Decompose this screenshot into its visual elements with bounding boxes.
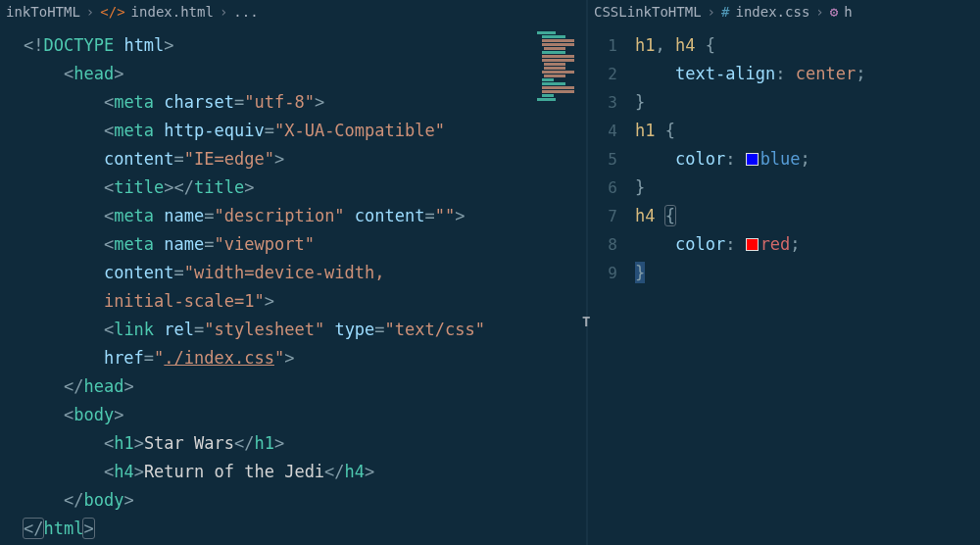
token: blue — [760, 149, 801, 169]
token: = — [174, 149, 184, 169]
token — [655, 206, 664, 225]
token: " — [274, 348, 284, 368]
crumb-folder[interactable]: CSSLinkToHTML — [594, 4, 702, 20]
code-line[interactable]: <meta name="description" content=""> — [24, 202, 586, 230]
code-line[interactable]: href="./index.css"> — [24, 344, 586, 372]
chevron-right-icon: › — [815, 4, 823, 20]
html-file-icon: </> — [100, 4, 124, 20]
token: name — [164, 206, 204, 225]
token: meta — [114, 206, 154, 225]
line-number: 3 — [588, 88, 617, 117]
token: = — [204, 234, 214, 254]
crumb-file[interactable]: index.html — [131, 4, 214, 20]
blue-swatch-icon — [746, 153, 759, 166]
token: < — [104, 234, 114, 254]
token: title — [114, 177, 164, 197]
token: = — [194, 320, 204, 339]
code-line[interactable]: <meta name="viewport" — [24, 230, 586, 259]
code-line[interactable]: <h4>Return of the Jedi</h4> — [24, 458, 586, 486]
code-line[interactable]: } — [635, 173, 980, 202]
token: < — [64, 64, 74, 83]
code-line[interactable]: h1 { — [635, 117, 980, 145]
token: > — [83, 519, 93, 538]
token: h1 — [635, 121, 655, 140]
gutter-right: 123456789 — [588, 22, 635, 545]
code-line[interactable]: <h1>Star Wars</h1> — [24, 429, 586, 458]
token: head — [74, 64, 114, 83]
code-line[interactable]: text-align: center; — [635, 60, 980, 88]
code-line[interactable]: content="width=device-width, — [24, 259, 586, 287]
token: < — [104, 320, 114, 339]
token: } — [635, 177, 645, 197]
token: = — [204, 206, 214, 225]
token — [24, 177, 104, 197]
code-line[interactable]: </head> — [24, 372, 586, 401]
token: content — [355, 206, 425, 225]
crumb-more[interactable]: ... — [233, 4, 258, 20]
code-line[interactable]: color: red; — [635, 230, 980, 259]
token: meta — [114, 121, 154, 140]
token: link — [114, 320, 154, 339]
crumb-file[interactable]: index.css — [735, 4, 809, 20]
token: content — [104, 263, 174, 282]
token: "viewport" — [215, 234, 315, 254]
token — [24, 149, 104, 169]
line-number: 6 — [588, 173, 617, 202]
breadcrumb-right[interactable]: CSSLinkToHTML › # index.css › ⚙ h — [588, 0, 980, 22]
line-number: 8 — [588, 230, 617, 259]
crumb-symbol[interactable]: h — [844, 4, 852, 20]
code-line[interactable]: initial-scale=1"> — [24, 287, 586, 316]
line-number: 5 — [588, 145, 617, 173]
editor-body-left[interactable]: <!DOCTYPE html> <head> <meta charset="ut… — [0, 22, 586, 545]
token: { — [655, 121, 674, 140]
token: color — [675, 149, 725, 169]
code-line[interactable]: <link rel="stylesheet" type="text/css" — [24, 316, 586, 344]
code-line[interactable]: h4 { — [635, 202, 980, 230]
token — [635, 234, 675, 254]
code-line[interactable]: h1, h4 { — [635, 31, 980, 60]
code-line[interactable]: <head> — [24, 60, 586, 88]
token: center — [796, 64, 856, 83]
code-area-left[interactable]: <!DOCTYPE html> <head> <meta charset="ut… — [18, 22, 586, 545]
token: > — [123, 376, 133, 396]
token: "stylesheet" — [204, 320, 324, 339]
code-line[interactable]: <body> — [24, 401, 586, 429]
code-line[interactable]: <meta charset="utf-8"> — [24, 88, 586, 117]
token: "X-UA-Compatible" — [274, 121, 445, 140]
editor-pane-left: inkToHTML › </> index.html › ... <!DOCTY… — [0, 0, 586, 545]
editor-body-right[interactable]: 123456789 h1, h4 { text-align: center;}h… — [588, 22, 980, 545]
token: charset — [164, 92, 234, 112]
token: < — [64, 405, 74, 424]
token: ; — [790, 234, 800, 254]
code-line[interactable]: <meta http-equiv="X-UA-Compatible" — [24, 117, 586, 145]
line-number: 4 — [588, 117, 617, 145]
editor-pane-right: CSSLinkToHTML › # index.css › ⚙ h 123456… — [588, 0, 980, 545]
code-line[interactable]: } — [635, 259, 980, 287]
code-line[interactable]: color: blue; — [635, 145, 980, 173]
token: </ — [64, 376, 83, 396]
token: body — [83, 490, 123, 510]
token: Star Wars — [144, 433, 234, 453]
code-line[interactable]: </body> — [24, 486, 586, 515]
token: < — [104, 177, 114, 197]
breadcrumb-left[interactable]: inkToHTML › </> index.html › ... — [0, 0, 586, 22]
code-line[interactable]: content="IE=edge"> — [24, 145, 586, 173]
code-area-right[interactable]: h1, h4 { text-align: center;}h1 { color:… — [635, 22, 980, 545]
token: > — [455, 206, 465, 225]
token: = — [234, 92, 244, 112]
token: " — [154, 348, 164, 368]
token: , — [655, 35, 674, 55]
line-number: 2 — [588, 60, 617, 88]
token — [24, 64, 64, 83]
code-line[interactable]: </html> — [24, 515, 586, 543]
token — [24, 320, 104, 339]
crumb-folder[interactable]: inkToHTML — [6, 4, 80, 20]
token: </ — [64, 490, 83, 510]
token — [154, 92, 164, 112]
token: initial-scale=1" — [104, 291, 265, 311]
token: = — [265, 121, 274, 140]
code-line[interactable]: } — [635, 88, 980, 117]
token — [24, 92, 104, 112]
code-line[interactable]: <title></title> — [24, 173, 586, 202]
code-line[interactable]: <!DOCTYPE html> — [24, 31, 586, 60]
